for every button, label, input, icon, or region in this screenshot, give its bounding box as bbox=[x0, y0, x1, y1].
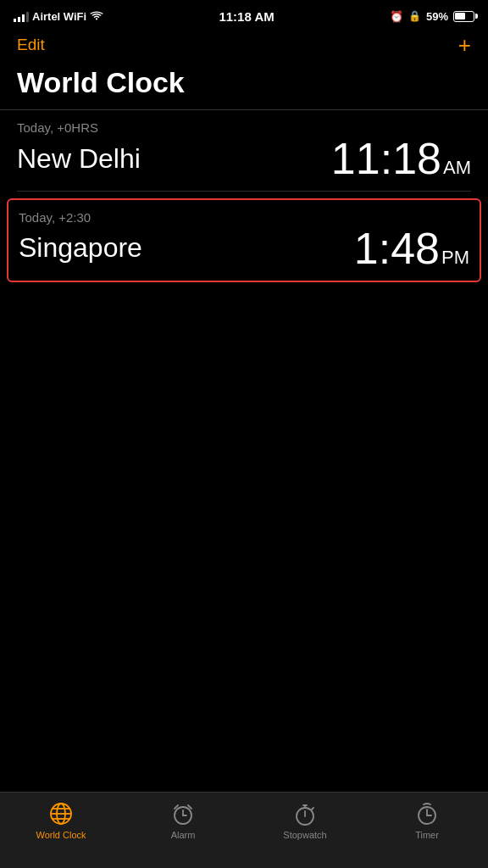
clock-ampm-singapore: PM bbox=[441, 248, 469, 267]
world-clock-icon bbox=[48, 801, 74, 826]
tab-bar: World Clock Alarm Stopwatch bbox=[0, 792, 488, 868]
page-title: World Clock bbox=[0, 63, 488, 109]
svg-line-14 bbox=[312, 808, 313, 810]
clock-time-new-delhi: 11:18 AM bbox=[331, 136, 471, 181]
signal-icon bbox=[14, 10, 29, 22]
clock-detail-singapore: Today, +2:30 bbox=[19, 210, 469, 225]
status-time: 11:18 AM bbox=[219, 9, 274, 24]
timer-icon bbox=[414, 801, 440, 826]
tab-timer[interactable]: Timer bbox=[366, 801, 488, 840]
clock-city-new-delhi: New Delhi bbox=[17, 143, 141, 175]
status-bar: Airtel WiFi 11:18 AM ⏰ 🔒 59% bbox=[0, 0, 488, 31]
clock-main-singapore: Singapore 1:48 PM bbox=[19, 226, 469, 270]
alarm-svg bbox=[170, 801, 196, 826]
tab-timer-label: Timer bbox=[415, 830, 439, 840]
stopwatch-svg bbox=[292, 801, 318, 826]
clock-detail-new-delhi: Today, +0HRS bbox=[17, 120, 471, 135]
carrier-label: Airtel WiFi bbox=[32, 10, 86, 23]
battery-percent: 59% bbox=[426, 10, 448, 23]
clock-time-singapore: 1:48 PM bbox=[354, 226, 469, 270]
tab-alarm[interactable]: Alarm bbox=[122, 801, 244, 840]
nav-bar: Edit + bbox=[0, 31, 488, 63]
battery-fill bbox=[455, 13, 465, 19]
singapore-wrapper: Today, +2:30 Singapore 1:48 PM bbox=[0, 192, 488, 289]
status-left: Airtel WiFi bbox=[14, 10, 103, 23]
add-button[interactable]: + bbox=[458, 34, 471, 56]
clock-time-value-singapore: 1:48 bbox=[354, 226, 440, 270]
globe-svg bbox=[48, 801, 74, 826]
alarm-status-icon: ⏰ bbox=[390, 10, 403, 23]
tab-alarm-label: Alarm bbox=[171, 830, 196, 840]
tab-world-clock[interactable]: World Clock bbox=[0, 801, 122, 840]
status-right: ⏰ 🔒 59% bbox=[390, 10, 474, 23]
clock-main-new-delhi: New Delhi 11:18 AM bbox=[17, 136, 471, 181]
tab-stopwatch[interactable]: Stopwatch bbox=[244, 801, 366, 840]
timer-svg bbox=[414, 801, 440, 826]
tab-stopwatch-label: Stopwatch bbox=[283, 830, 326, 840]
wifi-icon bbox=[90, 11, 103, 21]
clock-ampm-new-delhi: AM bbox=[443, 159, 471, 177]
edit-button[interactable]: Edit bbox=[17, 36, 45, 54]
clock-item-new-delhi[interactable]: Today, +0HRS New Delhi 11:18 AM bbox=[0, 110, 488, 191]
battery-icon bbox=[453, 11, 474, 22]
stopwatch-icon bbox=[292, 801, 318, 826]
clock-city-singapore: Singapore bbox=[19, 232, 142, 264]
alarm-icon bbox=[170, 801, 196, 826]
tab-world-clock-label: World Clock bbox=[36, 830, 86, 840]
clock-time-value-new-delhi: 11:18 bbox=[331, 136, 441, 181]
lock-icon: 🔒 bbox=[408, 10, 421, 22]
clock-item-singapore[interactable]: Today, +2:30 Singapore 1:48 PM bbox=[7, 198, 481, 282]
